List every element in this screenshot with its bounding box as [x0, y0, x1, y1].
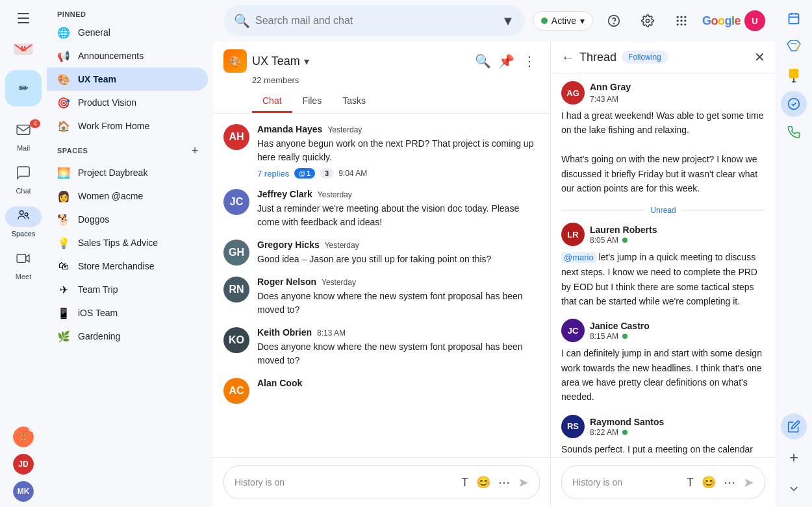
tasks-icon[interactable]: [781, 91, 807, 117]
list-item[interactable]: JC Jeffrey Clark Yesterday Just a remind…: [213, 184, 550, 234]
replies-link[interactable]: 7 replies: [257, 169, 289, 179]
nav-item-mail[interactable]: 4 Mail: [0, 116, 47, 157]
chat-header-actions: 🔍 📌 ⋮: [472, 51, 540, 71]
svg-point-16: [680, 23, 682, 25]
nav-item-meet[interactable]: Meet: [0, 244, 47, 286]
list-item[interactable]: GH Gregory Hicks Yesterday Good idea – J…: [213, 234, 550, 271]
thread-emoji-icon[interactable]: 😊: [699, 473, 718, 492]
thread-message-time: 8:22 AM: [590, 428, 618, 437]
emoji-icon[interactable]: 😊: [474, 473, 493, 492]
calendar-icon[interactable]: [781, 5, 807, 31]
sidebar-item-women-acme[interactable]: 👩 Women @acme: [47, 184, 208, 208]
bottom-avatar-2[interactable]: JD: [13, 454, 34, 475]
list-item[interactable]: AC Alan Cook: [213, 373, 550, 409]
list-item[interactable]: KO Keith Obrien 8:13 AM Does anyone know…: [213, 322, 550, 373]
avatar: KO: [223, 327, 249, 353]
chat-more-button[interactable]: ⋮: [519, 51, 540, 71]
sidebar-label-doggos: Doggos: [78, 214, 109, 225]
google-keep-icon[interactable]: [781, 62, 807, 88]
list-item[interactable]: RN Roger Nelson Yesterday Does anyone kn…: [213, 271, 550, 322]
more-options-icon[interactable]: ⋯: [496, 473, 513, 492]
apps-button[interactable]: [668, 8, 694, 34]
chat-input-placeholder[interactable]: History is on: [235, 477, 453, 488]
sidebar-item-sales-tips[interactable]: 💡 Sales Tips & Advice: [47, 231, 208, 254]
nav-item-chat[interactable]: Chat: [0, 158, 47, 200]
chat-pin-button[interactable]: 📌: [496, 51, 516, 71]
format-text-icon[interactable]: T: [459, 473, 471, 492]
send-button[interactable]: ➤: [518, 475, 529, 490]
hamburger-button[interactable]: [10, 5, 36, 31]
sidebar-item-product-vision[interactable]: 🎯 Product Vision: [47, 91, 208, 114]
bottom-avatar-1[interactable]: 🏋: [13, 427, 34, 447]
settings-button[interactable]: [635, 8, 661, 34]
avatar: RN: [223, 277, 249, 303]
edit-icon[interactable]: [781, 414, 807, 439]
add-widget-button[interactable]: [781, 445, 807, 471]
sidebar-item-work-from-home[interactable]: 🏠 Work From Home: [47, 114, 208, 138]
svg-point-14: [684, 19, 686, 21]
svg-rect-18: [789, 14, 799, 23]
space-avatar: 🎨: [223, 49, 247, 73]
sidebar-item-general[interactable]: 🌐 General: [47, 21, 208, 44]
message-time: Yesterday: [327, 125, 362, 134]
sidebar-label-store-merchandise: Store Merchandise: [78, 261, 155, 271]
add-space-button[interactable]: +: [187, 143, 203, 158]
sidebar-item-ux-team[interactable]: 🎨 UX Team: [47, 68, 208, 91]
compose-button[interactable]: ✏: [5, 70, 42, 106]
thread-close-button[interactable]: ✕: [754, 49, 765, 65]
message-time: Yesterday: [322, 278, 356, 287]
sidebar-item-announcements[interactable]: 📢 Announcements: [47, 44, 208, 68]
chat-title-dropdown[interactable]: ▾: [304, 55, 309, 68]
left-rail: M ✏ 4 Mail Chat Spaces: [0, 0, 47, 507]
sidebar-item-doggos[interactable]: 🐕 Doggos: [47, 208, 208, 231]
contacts-icon[interactable]: [781, 119, 807, 145]
sidebar: PINNED 🌐 General 📢 Announcements 🎨 UX Te…: [47, 0, 213, 507]
thread-format-icon[interactable]: T: [684, 473, 696, 492]
list-item[interactable]: AH Amanda Hayes Yesterday Has anyone beg…: [213, 119, 550, 184]
active-status-button[interactable]: Active ▾: [533, 11, 593, 31]
ux-team-icon: 🎨: [57, 73, 70, 86]
svg-point-20: [789, 99, 800, 110]
sidebar-item-project-daybreak[interactable]: 🌅 Project Daybreak: [47, 161, 208, 184]
avatar: RS: [561, 415, 585, 438]
google-drive-icon[interactable]: [781, 34, 807, 60]
sidebar-label-team-trip: Team Trip: [78, 284, 118, 295]
chat-search-button[interactable]: 🔍: [472, 51, 493, 71]
spaces-label: SPACES: [57, 147, 88, 155]
svg-text:M: M: [21, 45, 26, 53]
nav-item-spaces[interactable]: Spaces: [0, 201, 47, 243]
sidebar-label-project-daybreak: Project Daybreak: [78, 167, 147, 178]
sidebar-item-team-trip[interactable]: ✈ Team Trip: [47, 278, 208, 301]
online-status: [622, 334, 628, 339]
search-input[interactable]: [255, 15, 496, 27]
help-button[interactable]: [601, 8, 627, 34]
sender-name: Keith Obrien: [257, 327, 312, 338]
sidebar-label-work-from-home: Work From Home: [78, 121, 149, 131]
thread-input-placeholder[interactable]: History is on: [572, 477, 679, 488]
expand-panel-button[interactable]: [781, 476, 807, 502]
sidebar-item-store-merchandise[interactable]: 🛍 Store Merchandise: [47, 254, 208, 278]
doggos-icon: 🐕: [57, 214, 70, 226]
following-badge[interactable]: Following: [622, 51, 668, 64]
tab-tasks[interactable]: Tasks: [332, 90, 376, 113]
ios-team-icon: 📱: [57, 307, 70, 319]
thread-send-button[interactable]: ➤: [743, 475, 754, 490]
back-button[interactable]: ←: [561, 50, 574, 65]
svg-point-9: [676, 16, 678, 18]
messages-list: AH Amanda Hayes Yesterday Has anyone beg…: [213, 114, 550, 457]
sidebar-item-gardening[interactable]: 🌿 Gardening: [47, 325, 208, 348]
tab-files[interactable]: Files: [292, 90, 333, 113]
tab-chat[interactable]: Chat: [252, 90, 292, 113]
search-dropdown-icon[interactable]: ▼: [501, 14, 514, 29]
sidebar-item-ios-team[interactable]: 📱 iOS Team: [47, 301, 208, 325]
thread-message-text: Sounds perfect. I put a meeting on the c…: [561, 442, 765, 457]
women-acme-icon: 👩: [57, 190, 70, 203]
bottom-avatar-3[interactable]: MK: [13, 481, 34, 502]
members-count: 22 members: [252, 75, 540, 85]
thread-title: Thread: [579, 51, 616, 64]
avatar: GH: [223, 240, 249, 266]
thread-more-icon[interactable]: ⋯: [721, 473, 738, 492]
user-avatar[interactable]: U: [744, 10, 765, 31]
sender-name: Gregory Hicks: [257, 240, 320, 250]
gardening-icon: 🌿: [57, 330, 70, 343]
